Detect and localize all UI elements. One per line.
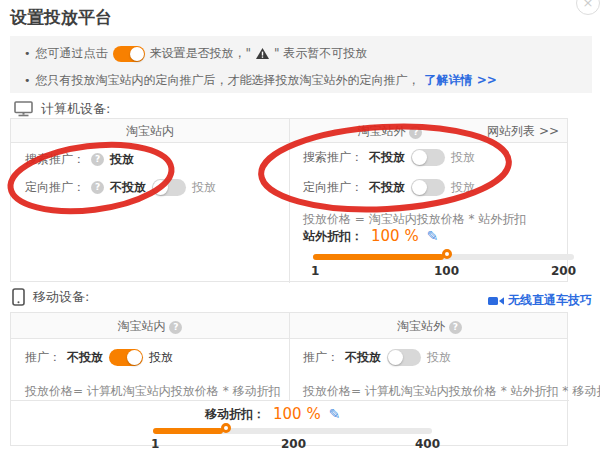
offsite-target-off-label: 不投放 (369, 179, 405, 196)
mobile-offsite-off-label: 不投放 (345, 349, 381, 366)
column-divider (289, 313, 290, 400)
slider-min: 1 (311, 264, 319, 278)
edit-pencil-icon[interactable]: ✎ (427, 228, 439, 244)
offsite-search-on-label: 投放 (451, 149, 475, 166)
insite-target-on-label: 投放 (192, 179, 216, 196)
mobile-discount-slider[interactable] (153, 428, 432, 434)
question-icon[interactable]: ? (91, 153, 104, 166)
notice-line-2: • 您只有投放淘宝站内的定向推广后，才能选择投放淘宝站外的定向推广， 了解详情 … (24, 72, 497, 89)
offsite-discount-slider[interactable] (313, 254, 574, 260)
toggle-knob (388, 350, 403, 365)
column-divider (289, 119, 290, 283)
toggle-knob (412, 150, 427, 165)
computer-table: 淘宝站内 淘宝站外 ? 网站列表 >> 搜索推广： ? 投放 定向推广： ? 不… (10, 118, 568, 282)
offsite-target-toggle[interactable] (411, 179, 445, 196)
notice1-post: " 表示暂不可投放 (274, 45, 367, 62)
mobile-discount-value: 100 % (273, 405, 321, 423)
offsite-discount-value: 100 % (371, 227, 419, 245)
header-taobao-insite: 淘宝站内 (11, 119, 289, 143)
offsite-discount-row: 站外折扣： 100 % ✎ (303, 227, 438, 245)
toggle-knob (127, 350, 142, 365)
mobile-insite-formula: 投放价格= 计算机淘宝站内投放价格 * 移动折扣 (25, 383, 281, 400)
notice1-pre: 您可通过点击 (36, 45, 108, 62)
mobile-table: 淘宝站内 ? 淘宝站外 ? 推广： 不投放 投放 投放价格= 计算机淘宝站内投放… (10, 312, 568, 446)
mobile-header-offsite-label: 淘宝站外 (397, 319, 445, 333)
slider-fill (313, 254, 444, 260)
computer-section-label: 计算机设备: (41, 100, 110, 118)
mobile-section-title: 移动设备: (12, 288, 89, 306)
notice1-mid: 来设置是否投放，" (150, 45, 252, 62)
mobile-header-insite-label: 淘宝站内 (118, 319, 166, 333)
slider-min: 1 (151, 437, 159, 449)
insite-search-state: 投放 (110, 151, 134, 168)
learn-more-link[interactable]: 了解详情 >> (425, 72, 497, 89)
offsite-target-on-label: 投放 (451, 179, 475, 196)
mobile-discount-label: 移动折扣： (205, 406, 265, 423)
mobile-offsite-row: 推广： 不投放 投放 (303, 349, 451, 366)
page-title: 设置投放平台 (10, 6, 112, 29)
set-delivery-platform-dialog: 设置投放平台 × • 您可通过点击 来设置是否投放，" " 表示暂不可投放 • … (0, 0, 600, 449)
question-icon[interactable]: ? (169, 321, 182, 334)
mobile-section-label: 移动设备: (33, 288, 89, 306)
toggle-knob (153, 180, 168, 195)
mobile-offsite-formula: 投放价格= 计算机淘宝站内投放价格 * 站外折扣 * 移动折扣 (303, 383, 600, 400)
slider-max: 200 (551, 264, 576, 278)
slider-mid: 200 (281, 437, 306, 449)
mobile-offsite-toggle[interactable] (387, 349, 421, 366)
bullet-icon: • (24, 47, 31, 60)
notice-box: • 您可通过点击 来设置是否投放，" " 表示暂不可投放 • 您只有投放淘宝站内… (10, 36, 592, 93)
website-list-link[interactable]: 网站列表 >> (479, 119, 559, 143)
mobile-header-offsite: 淘宝站外 ? (290, 313, 569, 339)
insite-target-off-label: 不投放 (110, 179, 146, 196)
insite-target-label: 定向推广： (25, 179, 85, 196)
question-icon[interactable]: ? (91, 181, 104, 194)
mobile-insite-off-label: 不投放 (67, 349, 103, 366)
video-camera-icon (488, 296, 504, 306)
header-taobao-offsite: 淘宝站外 ? (290, 119, 490, 143)
offsite-search-toggle[interactable] (411, 149, 445, 166)
insite-target-row: 定向推广： ? 不投放 投放 (25, 179, 216, 196)
slider-handle[interactable] (221, 423, 231, 433)
notice2-text: 您只有投放淘宝站内的定向推广后，才能选择投放淘宝站外的定向推广， (36, 72, 420, 89)
mobile-offsite-on-label: 投放 (427, 349, 451, 366)
computer-section-title: 计算机设备: (14, 100, 110, 118)
mobile-header-insite: 淘宝站内 ? (11, 313, 289, 339)
toggle-knob (130, 47, 144, 61)
mobile-insite-toggle[interactable] (109, 349, 143, 366)
mobile-insite-row: 推广： 不投放 投放 (25, 349, 173, 366)
insite-target-toggle[interactable] (152, 179, 186, 196)
mobile-insite-label: 推广： (25, 349, 61, 366)
offsite-search-label: 搜索推广： (303, 149, 363, 166)
monitor-icon (14, 101, 33, 117)
notice-line-1: • 您可通过点击 来设置是否投放，" " 表示暂不可投放 (24, 45, 367, 62)
wireless-tips-link[interactable]: 无线直通车技巧 (488, 292, 592, 309)
row-divider (11, 400, 569, 401)
offsite-target-label: 定向推广： (303, 179, 363, 196)
question-icon[interactable]: ? (409, 126, 422, 139)
smartphone-icon (12, 288, 25, 306)
question-icon[interactable]: ? (449, 321, 462, 334)
slider-handle[interactable] (442, 249, 452, 259)
mobile-offsite-label: 推广： (303, 349, 339, 366)
bullet-icon: • (24, 74, 31, 87)
offsite-target-row: 定向推广： 不投放 投放 (303, 179, 475, 196)
offsite-search-row: 搜索推广： 不投放 投放 (303, 149, 475, 166)
offsite-price-formula: 投放价格 = 淘宝站内投放价格 * 站外折扣 (303, 211, 526, 228)
wireless-tips-label: 无线直通车技巧 (508, 292, 592, 309)
slider-fill (153, 428, 223, 434)
mobile-insite-on-label: 投放 (149, 349, 173, 366)
offsite-search-off-label: 不投放 (369, 149, 405, 166)
insite-search-label: 搜索推广： (25, 151, 85, 168)
toggle-knob (412, 180, 427, 195)
header-taobao-offsite-label: 淘宝站外 (358, 124, 406, 138)
mobile-discount-row: 移动折扣： 100 % ✎ (205, 405, 340, 423)
offsite-discount-label: 站外折扣： (303, 228, 363, 245)
edit-pencil-icon[interactable]: ✎ (329, 406, 341, 422)
slider-max: 400 (415, 437, 440, 449)
warning-triangle-icon (256, 48, 269, 59)
slider-mid: 100 (434, 264, 459, 278)
example-toggle[interactable] (113, 46, 145, 62)
close-icon[interactable]: × (576, 0, 600, 15)
insite-search-row: 搜索推广： ? 投放 (25, 151, 134, 168)
